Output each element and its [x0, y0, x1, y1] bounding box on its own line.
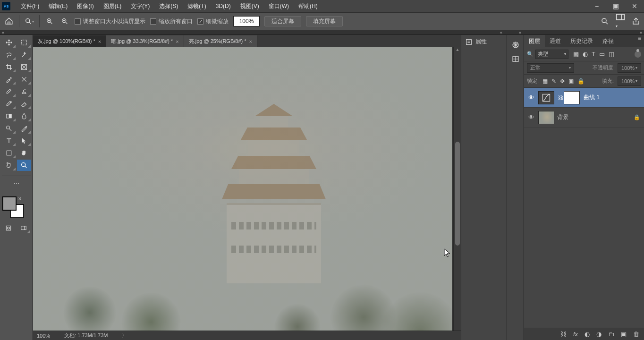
- layer-name[interactable]: 背景: [557, 113, 568, 121]
- collapse-iconstrip-icon[interactable]: »: [519, 30, 521, 35]
- menu-file[interactable]: 文件(F): [16, 0, 44, 12]
- close-icon[interactable]: ×: [98, 39, 101, 44]
- canvas-viewport[interactable]: ▲ ▼: [33, 47, 461, 331]
- scrollbar-thumb[interactable]: [455, 142, 460, 246]
- zoom-out-icon[interactable]: [59, 16, 70, 26]
- close-icon[interactable]: ×: [249, 39, 252, 44]
- color-panel-icon[interactable]: [507, 38, 524, 52]
- fill-input[interactable]: 100%▾: [618, 76, 641, 86]
- menu-select[interactable]: 选择(S): [154, 0, 183, 12]
- fill-screen-button[interactable]: 填充屏幕: [306, 16, 343, 26]
- menu-edit[interactable]: 编辑(E): [44, 0, 72, 12]
- shape-tool[interactable]: [2, 147, 16, 159]
- vertical-scrollbar[interactable]: ▲ ▼: [454, 47, 461, 331]
- menu-type[interactable]: 文字(Y): [126, 0, 154, 12]
- swatches-panel-icon[interactable]: [507, 52, 524, 66]
- layer-mask-thumb[interactable]: [564, 91, 580, 104]
- menu-layer[interactable]: 图层(L): [99, 0, 127, 12]
- eraser-tool[interactable]: [17, 98, 31, 110]
- tab-history[interactable]: 历史记录: [566, 35, 598, 47]
- path-selection-tool[interactable]: [17, 135, 31, 146]
- marquee-tool[interactable]: [17, 37, 31, 48]
- layer-style-icon[interactable]: fx: [573, 331, 578, 338]
- mask-link-icon[interactable]: ⛓: [557, 95, 564, 101]
- rotate-view-tool[interactable]: [2, 160, 16, 171]
- document-tab[interactable]: 亮.jpg @ 25%(RGB/8#) * ×: [184, 35, 257, 47]
- lock-artboard-icon[interactable]: ▣: [568, 78, 574, 85]
- share-icon[interactable]: [632, 17, 640, 26]
- menu-3d[interactable]: 3D(D): [211, 0, 236, 12]
- eyedropper-tool[interactable]: [2, 74, 16, 85]
- menu-filter[interactable]: 滤镜(T): [183, 0, 211, 12]
- resize-window-checkbox[interactable]: 调整窗口大小以满屏显示: [75, 17, 145, 26]
- visibility-toggle[interactable]: 👁: [524, 94, 538, 101]
- blur-tool[interactable]: [17, 110, 31, 122]
- fit-screen-button[interactable]: 适合屏幕: [264, 16, 301, 26]
- foreground-color-swatch[interactable]: [3, 197, 16, 210]
- new-layer-icon[interactable]: ▣: [621, 331, 627, 338]
- collapse-mid-icon[interactable]: «: [500, 30, 502, 35]
- edit-toolbar-button[interactable]: ⋯: [2, 178, 31, 189]
- frame-tool[interactable]: [17, 61, 31, 73]
- new-group-icon[interactable]: 🗀: [608, 331, 614, 338]
- lasso-tool[interactable]: [2, 49, 16, 60]
- workspace-switcher-icon[interactable]: ▾: [616, 13, 625, 29]
- zoom-all-windows-checkbox[interactable]: 缩放所有窗口: [150, 17, 193, 26]
- lock-image-icon[interactable]: ✎: [551, 78, 556, 85]
- brush-tool[interactable]: [2, 86, 16, 97]
- tab-layers[interactable]: 图层: [524, 35, 545, 47]
- layer-row-background[interactable]: 👁 背景 🔒: [524, 108, 644, 128]
- layer-thumbnail[interactable]: [538, 111, 554, 124]
- tab-paths[interactable]: 路径: [598, 35, 619, 47]
- lock-transparency-icon[interactable]: ▦: [542, 78, 548, 85]
- add-mask-icon[interactable]: ◐: [585, 331, 590, 338]
- status-docsize[interactable]: 文档: 1.73M/1.73M: [64, 332, 108, 339]
- dodge-tool[interactable]: [2, 123, 16, 134]
- swap-colors-icon[interactable]: ⤭: [18, 196, 22, 201]
- filter-pixel-icon[interactable]: ▩: [573, 51, 579, 58]
- visibility-toggle[interactable]: 👁: [524, 114, 538, 121]
- blend-mode-select[interactable]: 正常 ▾: [527, 63, 574, 73]
- opacity-input[interactable]: 100%▾: [618, 63, 641, 73]
- tab-channels[interactable]: 通道: [545, 35, 566, 47]
- status-zoom[interactable]: 100%: [37, 333, 50, 339]
- layer-name[interactable]: 曲线 1: [584, 94, 600, 102]
- delete-layer-icon[interactable]: 🗑: [633, 331, 639, 338]
- layer-row-curves[interactable]: 👁 ⛓ 曲线 1: [524, 88, 644, 108]
- zoom-in-icon[interactable]: [44, 16, 55, 26]
- healing-brush-tool[interactable]: [17, 74, 31, 85]
- pen-tool[interactable]: [17, 123, 31, 134]
- crop-tool[interactable]: [2, 61, 16, 73]
- clone-stamp-tool[interactable]: [17, 86, 31, 97]
- menu-view[interactable]: 视图(V): [236, 0, 264, 12]
- layer-filter-select[interactable]: 类型 ▾: [535, 50, 568, 59]
- type-tool[interactable]: [2, 135, 16, 146]
- lock-all-icon[interactable]: 🔒: [577, 78, 585, 85]
- scroll-up-icon[interactable]: ▲: [455, 47, 460, 53]
- search-icon[interactable]: [601, 17, 609, 26]
- close-icon[interactable]: ×: [176, 39, 178, 44]
- filter-type-icon[interactable]: T: [592, 51, 595, 58]
- filter-adjust-icon[interactable]: ◐: [583, 51, 588, 58]
- zoom-tool[interactable]: [17, 160, 31, 171]
- move-tool[interactable]: [2, 37, 16, 48]
- screen-mode-button[interactable]: [17, 222, 30, 234]
- hand-tool[interactable]: [17, 147, 31, 159]
- color-swatches[interactable]: ⤭: [2, 196, 24, 218]
- properties-panel-button[interactable]: 属性: [461, 35, 507, 49]
- menu-image[interactable]: 图像(I): [72, 0, 98, 12]
- panel-menu-icon[interactable]: ≡: [635, 35, 644, 47]
- menu-window[interactable]: 窗口(W): [264, 0, 294, 12]
- gradient-tool[interactable]: [2, 110, 16, 122]
- zoom-tool-icon[interactable]: ▾: [24, 16, 34, 26]
- document-tab[interactable]: 暗.jpg @ 33.3%(RGB/8#) * ×: [106, 35, 184, 47]
- menu-help[interactable]: 帮助(H): [294, 0, 322, 12]
- history-brush-tool[interactable]: [2, 98, 16, 110]
- filter-toggle[interactable]: [635, 51, 641, 58]
- collapse-right-icon[interactable]: »: [640, 30, 642, 35]
- home-icon[interactable]: [4, 16, 14, 26]
- magic-wand-tool[interactable]: [17, 49, 31, 60]
- document-tab[interactable]: 灰.jpg @ 100%(RGB/8) * ×: [33, 35, 106, 47]
- link-layers-icon[interactable]: ⛓: [560, 331, 567, 338]
- window-close-button[interactable]: ✕: [625, 0, 644, 12]
